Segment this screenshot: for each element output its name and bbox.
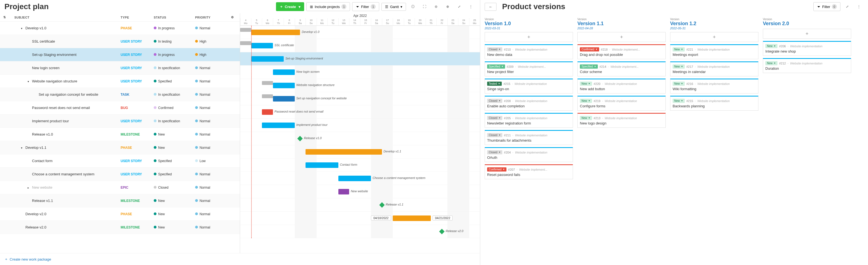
table-row[interactable]: Set up navigation concept for website TA… — [0, 88, 240, 101]
col-status[interactable]: STATUS — [154, 16, 195, 19]
gantt-bar[interactable] — [251, 43, 273, 48]
version-card[interactable]: Specified ▼ #209 · Website implement... … — [485, 61, 573, 76]
status-tag[interactable]: New ▼ — [673, 99, 685, 103]
version-card[interactable]: New ▼ #221 · Website implementation Meet… — [670, 44, 758, 59]
version-card[interactable]: Closed ▼ #205 · Website implementation N… — [485, 113, 573, 128]
status-tag[interactable]: Closed ▼ — [487, 150, 502, 154]
table-row[interactable]: Contact form USER STORY Specified Low — [0, 154, 240, 168]
table-row[interactable]: Release v2.0 MILESTONE New Normal — [0, 221, 240, 234]
add-card-button[interactable]: + — [763, 29, 851, 39]
table-row[interactable]: ▸New website EPIC Closed Normal — [0, 181, 240, 194]
add-card-button[interactable]: + — [670, 32, 758, 42]
include-projects-button[interactable]: ⊞Include projects 1 — [306, 2, 350, 11]
version-card[interactable]: Closed ▼ #210 · Website implementation N… — [485, 44, 573, 59]
more-icon[interactable]: ⋮ — [466, 2, 475, 11]
status-tag[interactable]: New ▼ — [580, 99, 592, 103]
gantt-view-button[interactable]: ☰Gantt▾ — [381, 3, 406, 11]
version-card[interactable]: Closed ▼ #208 · Website implementation E… — [485, 96, 573, 111]
table-row[interactable]: New login screen USER STORY In specifica… — [0, 61, 240, 75]
gantt-bar[interactable] — [393, 215, 431, 221]
col-type[interactable]: TYPE — [121, 16, 154, 19]
table-row[interactable]: Choose a content management system USER … — [0, 168, 240, 181]
version-card[interactable]: Closed ▼ #204 · Website implementation O… — [485, 147, 573, 162]
add-card-button[interactable]: + — [578, 32, 666, 42]
status-tag[interactable]: Tested ▼ — [487, 82, 502, 86]
col-priority[interactable]: PRIORITY — [195, 16, 228, 19]
gantt-bar[interactable] — [251, 56, 284, 62]
version-card[interactable]: Closed ▼ #211 · Website implementation T… — [485, 130, 573, 145]
add-card-button[interactable]: + — [485, 32, 573, 42]
col-subject[interactable]: SUBJECT — [14, 16, 121, 19]
status-tag[interactable]: New ▼ — [765, 61, 777, 65]
table-row[interactable]: ▾Develop v1.1 PHASE New Normal — [0, 141, 240, 154]
status-tag[interactable]: Specified ▼ — [487, 64, 505, 69]
fullscreen-icon[interactable]: ⤢ — [843, 2, 852, 11]
version-name[interactable]: Version 1.1 — [578, 21, 666, 27]
version-card[interactable]: Specified ▼ #214 · Website implement... … — [578, 61, 666, 76]
create-work-package-link[interactable]: ＋ Create new work package — [0, 253, 480, 265]
version-card[interactable]: New ▼ #213 · Website implementation New … — [578, 113, 666, 128]
gantt-bar[interactable] — [306, 162, 338, 168]
status-tag[interactable]: Confirmed ▼ — [487, 167, 506, 171]
zoom-out-icon[interactable]: ⊖ — [431, 2, 441, 11]
status-tag[interactable]: New ▼ — [580, 116, 592, 120]
table-row[interactable]: Set-up Staging environment USER STORY In… — [0, 48, 240, 61]
version-name[interactable]: Version 1.2 — [670, 21, 758, 27]
status-tag[interactable]: New ▼ — [673, 47, 685, 51]
gantt-bar[interactable] — [306, 149, 382, 155]
filter-button[interactable]: ⏷Filter 1 — [352, 2, 379, 11]
version-name[interactable]: Version 2.0 — [763, 21, 851, 27]
status-tag[interactable]: Closed ▼ — [487, 47, 502, 51]
table-row[interactable]: ▾Develop v1.0 PHASE In progress Normal — [0, 22, 240, 35]
gantt-bar[interactable] — [273, 70, 295, 75]
table-row[interactable]: Password reset does not send email BUG C… — [0, 101, 240, 114]
status-tag[interactable]: New ▼ — [673, 64, 685, 69]
expand-icon[interactable]: ⛶ — [420, 2, 429, 11]
chevron-down-icon[interactable]: ▾ — [21, 146, 24, 149]
version-card[interactable]: New ▼ #215 · Website implementation Back… — [670, 96, 758, 111]
fullscreen-icon[interactable]: ⤢ — [455, 2, 464, 11]
gantt-bar[interactable] — [251, 30, 300, 35]
version-card[interactable]: Confirmed ▼ #218 · Website implement... … — [578, 44, 666, 59]
version-card[interactable]: Tested ▼ #215 · Website implementation S… — [485, 79, 573, 94]
table-row[interactable]: Release v1.1 MILESTONE New Normal — [0, 194, 240, 208]
milestone-diamond[interactable] — [439, 229, 445, 234]
version-card[interactable]: Confirmed ▼ #207 · Website implement... … — [485, 164, 573, 179]
version-card[interactable]: New ▼ #212 · Website implementation Dura… — [763, 58, 851, 73]
milestone-diamond[interactable] — [297, 136, 303, 141]
table-row[interactable]: Develop v2.0 PHASE New Normal — [0, 208, 240, 221]
chevron-right-icon[interactable]: ▸ — [28, 186, 31, 189]
version-card[interactable]: New ▼ #216 · Website implementation Wiki… — [670, 79, 758, 94]
status-tag[interactable]: Closed ▼ — [487, 133, 502, 137]
table-row[interactable]: Implement product tour USER STORY In spe… — [0, 114, 240, 128]
gantt-bar[interactable] — [273, 96, 295, 102]
gantt-bar[interactable] — [262, 109, 273, 115]
chevron-down-icon[interactable]: ▾ — [21, 27, 24, 30]
table-row[interactable]: ▾Website navigation structure USER STORY… — [0, 75, 240, 88]
create-button[interactable]: ＋Create▾ — [276, 2, 304, 11]
status-tag[interactable]: New ▼ — [765, 44, 777, 48]
status-tag[interactable]: Closed ▼ — [487, 99, 502, 103]
version-name[interactable]: Version 1.0 — [485, 21, 573, 27]
gantt-bar[interactable] — [338, 189, 349, 194]
table-row[interactable]: SSL certificate USER STORY In testing Hi… — [0, 35, 240, 48]
status-tag[interactable]: New ▼ — [580, 82, 592, 86]
gantt-bar[interactable] — [262, 123, 295, 128]
version-card[interactable]: New ▼ #220 · Website implementation New … — [578, 79, 666, 94]
version-card[interactable]: New ▼ #206 · Website implementation Inte… — [763, 41, 851, 56]
milestone-diamond[interactable] — [379, 202, 385, 208]
table-row[interactable]: Release v1.0 MILESTONE New Normal — [0, 128, 240, 141]
board-filter-button[interactable]: ⏷ Filter 0 — [813, 2, 840, 11]
more-icon[interactable]: ⋮ — [854, 2, 864, 11]
gantt-bar[interactable] — [273, 83, 295, 88]
gantt-bar[interactable] — [338, 176, 371, 181]
status-tag[interactable]: New ▼ — [673, 82, 685, 86]
gear-icon[interactable]: ⚙ — [228, 16, 237, 19]
zoom-in-icon[interactable]: ⊕ — [443, 2, 452, 11]
status-tag[interactable]: Closed ▼ — [487, 116, 502, 120]
version-card[interactable]: New ▼ #217 · Website implementation Meet… — [670, 61, 758, 76]
status-tag[interactable]: Specified ▼ — [580, 64, 598, 69]
status-tag[interactable]: Confirmed ▼ — [580, 47, 599, 51]
sort-icon[interactable]: ⇅ — [3, 16, 14, 19]
version-card[interactable]: New ▼ #219 · Website implementation Conf… — [578, 96, 666, 111]
